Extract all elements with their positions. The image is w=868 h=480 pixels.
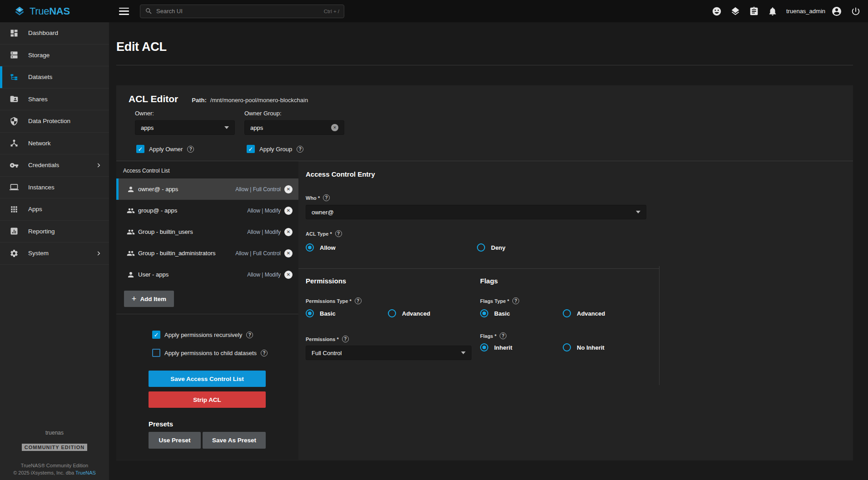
use-preset-button[interactable]: Use Preset <box>149 432 201 449</box>
recursive-checkbox[interactable]: ✓ <box>152 331 160 339</box>
sidebar-item-datasets[interactable]: Datasets <box>0 66 109 89</box>
chevron-down-icon <box>636 211 640 213</box>
hostname: truenas <box>45 430 64 436</box>
title-divider <box>116 65 853 65</box>
truenas-link[interactable]: TrueNAS <box>75 470 96 475</box>
who-select[interactable]: owner@ <box>306 205 646 219</box>
permissions-select[interactable]: Full Control <box>306 346 471 360</box>
apply-group-label: Apply Group <box>259 146 292 153</box>
help-icon[interactable]: ? <box>261 350 268 356</box>
add-item-button[interactable]: + Add Item <box>124 291 174 307</box>
truenas-logo-icon <box>14 5 25 17</box>
sidebar-item-network[interactable]: Network <box>0 133 109 155</box>
owner-label: Owner: <box>135 110 235 117</box>
left-panel-divider <box>116 314 298 314</box>
flags-inherit-radio[interactable]: Inherit <box>480 343 563 351</box>
search-input[interactable] <box>156 8 320 15</box>
help-icon[interactable]: ? <box>355 297 362 304</box>
flags-type-advanced-radio[interactable]: Advanced <box>563 309 605 317</box>
acl-entry-who: User - apps <box>138 271 169 278</box>
flags-no-inherit-radio[interactable]: No Inherit <box>563 343 605 351</box>
acl-entry-row[interactable]: User - apps Allow | Modify ✕ <box>116 264 298 285</box>
acl-type-allow-radio[interactable]: Allow <box>306 243 477 252</box>
owner-select[interactable]: apps <box>135 120 235 135</box>
flags-type-basic-radio[interactable]: Basic <box>480 309 563 317</box>
acl-entry-summary: Allow | Full Control <box>235 250 281 257</box>
acl-entry-summary: Allow | Modify <box>247 272 281 278</box>
remove-entry-icon[interactable]: ✕ <box>284 185 293 193</box>
sidebar-item-label: Datasets <box>28 74 52 80</box>
apply-group-checkbox[interactable]: ✓ <box>247 145 255 153</box>
recursive-label: Apply permissions recursively <box>164 332 242 338</box>
save-acl-button[interactable]: Save Access Control List <box>149 371 266 387</box>
group-icon <box>127 207 135 215</box>
strip-acl-button[interactable]: Strip ACL <box>149 391 266 408</box>
help-icon[interactable]: ? <box>297 146 303 153</box>
acl-type-deny-radio[interactable]: Deny <box>477 243 506 252</box>
sidebar-item-dashboard[interactable]: Dashboard <box>0 22 109 45</box>
edition-badge: COMMUNITY EDITION <box>22 444 87 451</box>
sidebar-item-instances[interactable]: Instances <box>0 177 109 199</box>
sidebar-item-apps[interactable]: Apps <box>0 198 109 221</box>
jobs-icon[interactable] <box>749 6 759 16</box>
remove-entry-icon[interactable]: ✕ <box>284 228 293 236</box>
feedback-icon[interactable] <box>712 6 722 16</box>
sidebar-item-label: Apps <box>28 206 42 213</box>
help-icon[interactable]: ? <box>246 332 253 338</box>
help-icon[interactable]: ? <box>323 194 330 201</box>
stack-icon[interactable] <box>730 6 740 16</box>
remove-entry-icon[interactable]: ✕ <box>284 207 293 215</box>
sidebar-item-label: Data Protection <box>28 118 70 124</box>
acl-editor-heading: ACL Editor <box>129 94 178 104</box>
sidebar-item-label: Dashboard <box>28 30 58 36</box>
acl-entry-row[interactable]: Group - builtin_users Allow | Modify ✕ <box>116 221 298 242</box>
permissions-type-basic-radio[interactable]: Basic <box>306 309 388 317</box>
help-icon[interactable]: ? <box>187 146 194 153</box>
acl-entry-who: group@ - apps <box>138 207 177 214</box>
acl-entry-row[interactable]: Group - builtin_administrators Allow | F… <box>116 242 298 264</box>
permissions-type-advanced-radio[interactable]: Advanced <box>388 309 430 317</box>
topbar-actions: truenas_admin <box>712 6 868 17</box>
power-icon[interactable] <box>851 6 861 16</box>
network-hub-icon <box>10 139 19 148</box>
permissions-label: Permissions *? <box>306 336 480 342</box>
alerts-bell-icon[interactable] <box>768 6 778 16</box>
global-search[interactable]: Ctrl + / <box>140 5 344 18</box>
help-icon[interactable]: ? <box>342 336 349 342</box>
flags-section: Flags Flags Type *? Basic Advanced <box>480 269 653 360</box>
sidebar-item-shares[interactable]: Shares <box>0 89 109 111</box>
remove-entry-icon[interactable]: ✕ <box>284 271 293 279</box>
sidebar-item-data-protection[interactable]: Data Protection <box>0 110 109 133</box>
remove-entry-icon[interactable]: ✕ <box>284 249 293 257</box>
account-icon[interactable] <box>831 6 842 17</box>
acl-editor-header-section: ACL Editor Path: /mnt/monero-pool/monero… <box>116 85 853 161</box>
chevron-right-icon <box>95 250 102 257</box>
flags-type-label: Flags Type *? <box>480 297 653 304</box>
menu-icon[interactable] <box>119 8 129 15</box>
shield-icon <box>10 117 19 126</box>
sidebar-item-system[interactable]: System <box>0 242 109 265</box>
sidebar-item-label: Storage <box>28 52 50 59</box>
apply-owner-checkbox[interactable]: ✓ <box>136 145 144 153</box>
child-datasets-checkbox[interactable] <box>152 349 160 357</box>
permissions-value: Full Control <box>312 350 342 356</box>
owner-group-input[interactable]: apps ✕ <box>244 120 344 135</box>
acl-entry-summary: Allow | Modify <box>247 229 281 235</box>
save-as-preset-button[interactable]: Save As Preset <box>203 432 266 449</box>
truenas-logo[interactable]: TrueNAS <box>0 5 109 17</box>
help-icon[interactable]: ? <box>500 332 506 339</box>
acl-entry-row[interactable]: group@ - apps Allow | Modify ✕ <box>116 200 298 221</box>
help-icon[interactable]: ? <box>335 230 342 237</box>
clear-icon[interactable]: ✕ <box>331 124 338 131</box>
acl-entry-row[interactable]: owner@ - apps Allow | Full Control ✕ <box>116 178 298 200</box>
help-icon[interactable]: ? <box>512 297 519 304</box>
permissions-heading: Permissions <box>306 277 480 285</box>
access-control-entry-heading: Access Control Entry <box>306 170 853 178</box>
sidebar-item-storage[interactable]: Storage <box>0 45 109 67</box>
sidebar-item-reporting[interactable]: Reporting <box>0 221 109 243</box>
access-control-entry-panel: Access Control Entry Who *? owner@ ACL T… <box>298 161 853 460</box>
sidebar-footer: truenas COMMUNITY EDITION TrueNAS® Commu… <box>0 430 109 475</box>
group-icon <box>127 249 135 257</box>
chevron-down-icon <box>224 126 229 129</box>
sidebar-item-credentials[interactable]: Credentials <box>0 154 109 177</box>
